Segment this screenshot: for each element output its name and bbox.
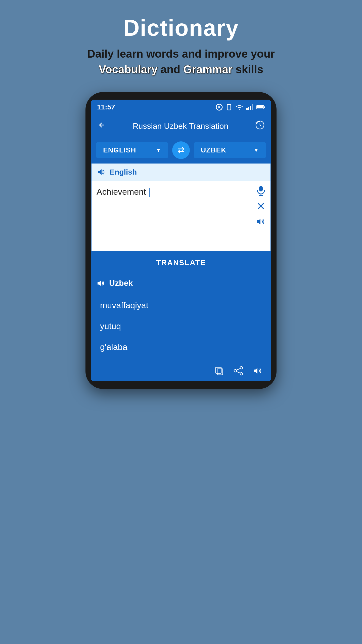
- subtitle-vocab: Vocabulary: [99, 63, 158, 75]
- signal-icon: [246, 104, 253, 110]
- svg-rect-19: [216, 367, 221, 373]
- language-selector-bar: ENGLISH ▼ UZBEK ▼: [91, 137, 271, 163]
- svg-line-23: [237, 369, 240, 370]
- phone-wrapper: 11:57 P: [85, 92, 277, 389]
- svg-rect-6: [248, 107, 249, 110]
- svg-rect-18: [217, 369, 223, 375]
- bottom-action-bar: [91, 360, 271, 381]
- output-speaker-icon[interactable]: [96, 279, 105, 288]
- share-icon[interactable]: [233, 366, 243, 376]
- translation-item-1[interactable]: muvaffaqiyat: [91, 295, 271, 316]
- status-bar: 11:57 P: [91, 100, 271, 115]
- clear-icon[interactable]: [256, 201, 266, 211]
- battery-icon: [256, 105, 265, 110]
- input-text-content: Achievement: [97, 186, 245, 198]
- translation-item-3[interactable]: g'alaba: [91, 337, 271, 357]
- target-lang-dropdown-arrow: ▼: [254, 147, 259, 153]
- target-language-button[interactable]: UZBEK ▼: [194, 142, 266, 158]
- input-language-name: English: [110, 168, 137, 176]
- subtitle-line1: Daily learn words and improve your: [87, 48, 275, 60]
- volume-icon[interactable]: [255, 216, 266, 227]
- app-title: Dictionary: [10, 15, 352, 41]
- subtitle-end: skills: [236, 63, 263, 75]
- output-section: Uzbek muvaffaqiyat yutuq g'alaba: [91, 273, 271, 381]
- subtitle: Daily learn words and improve your Vocab…: [10, 46, 352, 77]
- header-section: Dictionary Daily learn words and improve…: [0, 0, 362, 87]
- phone-frame: 11:57 P: [85, 92, 277, 389]
- back-button[interactable]: [97, 120, 106, 132]
- subtitle-grammar: Grammar: [183, 63, 233, 75]
- translate-button[interactable]: TRANSLATE: [91, 252, 271, 273]
- history-button[interactable]: [255, 120, 265, 132]
- svg-rect-11: [264, 106, 265, 108]
- svg-rect-7: [250, 106, 251, 110]
- input-action-buttons: [255, 185, 266, 227]
- input-language-label-bar: English: [92, 164, 270, 181]
- input-text-area[interactable]: Achievement: [92, 181, 270, 251]
- status-time: 11:57: [97, 103, 115, 111]
- bottom-volume-icon[interactable]: [252, 365, 263, 376]
- svg-point-22: [234, 370, 237, 372]
- subtitle-and: and: [161, 63, 183, 75]
- translation-item-2[interactable]: yutuq: [91, 316, 271, 337]
- input-text-value: Achievement: [97, 187, 146, 196]
- source-language-label: ENGLISH: [103, 146, 136, 154]
- target-language-label: UZBEK: [201, 146, 226, 154]
- app-bar: Russian Uzbek Translation: [91, 115, 271, 137]
- swap-languages-button[interactable]: [172, 141, 190, 159]
- output-language-name: Uzbek: [109, 278, 133, 288]
- output-translations-list: muvaffaqiyat yutuq g'alaba: [91, 292, 271, 360]
- input-section: English Achievement: [91, 163, 271, 252]
- phone-screen: 11:57 P: [91, 100, 271, 381]
- svg-rect-5: [246, 108, 248, 110]
- input-speaker-icon[interactable]: [97, 168, 106, 177]
- source-lang-dropdown-arrow: ▼: [156, 147, 161, 153]
- svg-point-20: [240, 367, 243, 369]
- svg-rect-13: [259, 186, 263, 191]
- svg-line-24: [237, 372, 240, 373]
- swap-icon: [176, 145, 186, 155]
- source-language-button[interactable]: ENGLISH ▼: [96, 142, 168, 158]
- output-language-label-bar: Uzbek: [91, 273, 271, 292]
- text-cursor: [149, 188, 150, 197]
- svg-text:P: P: [218, 106, 220, 109]
- wifi-icon: [235, 104, 243, 110]
- copy-icon[interactable]: [214, 366, 224, 376]
- sd-icon: [226, 104, 232, 110]
- mic-icon[interactable]: [255, 185, 266, 196]
- svg-point-21: [240, 373, 243, 375]
- circle-status-icon: P: [216, 104, 223, 111]
- svg-rect-10: [257, 106, 263, 108]
- status-icons: P: [216, 104, 265, 111]
- app-bar-title: Russian Uzbek Translation: [106, 122, 255, 131]
- svg-rect-8: [252, 104, 253, 110]
